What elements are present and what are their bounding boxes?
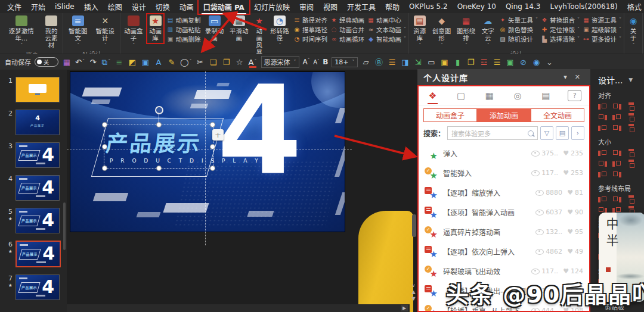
panel-close-button[interactable]: ✕ [571, 73, 584, 81]
numbered-list-icon[interactable]: ☰ [388, 57, 397, 67]
menu-item-insert[interactable]: 插入 [79, 0, 103, 14]
redo-icon[interactable]: ↷ [88, 57, 98, 67]
animation-box-button[interactable]: 动画盒子˅ [123, 14, 144, 49]
forbid-icon[interactable]: ⊘ [519, 57, 528, 67]
align-tool-icon[interactable] [598, 124, 607, 132]
size-tool-icon[interactable] [598, 149, 607, 157]
guide-layout-tool-icon[interactable] [627, 195, 635, 204]
rotate-object-icon[interactable]: ◩ [128, 57, 137, 67]
paste-shape-icon[interactable]: ⧉˅ [101, 57, 111, 67]
select-clear-button[interactable]: ▙选择清除˅ [541, 35, 580, 43]
highlight-a-icon[interactable]: ▣ [506, 57, 515, 67]
visibility-icon[interactable]: ◉ [532, 57, 541, 67]
position-layout-button[interactable]: ✚定位排版˅ [541, 25, 580, 34]
rotation-handle[interactable] [155, 106, 163, 114]
size-tool-icon[interactable] [612, 171, 621, 179]
menu-item-draw[interactable]: 绘图 [103, 0, 127, 14]
paste-animation-button[interactable]: ▥动画粘贴 [166, 25, 200, 34]
menu-item-slideshow[interactable]: 幻灯片放映 [249, 0, 295, 14]
menu-item-onekey[interactable]: OneKey 10 [453, 1, 501, 13]
menu-item-design[interactable]: 设计 [127, 0, 151, 14]
bold-button[interactable]: B [323, 58, 328, 66]
slide-canvas[interactable]: 4 产品展示 P R O D U C T D I S P L A Y + [70, 72, 345, 232]
size-tool-icon[interactable] [627, 160, 635, 169]
align-lines-icon[interactable]: ☰ [493, 57, 502, 67]
text-box-icon[interactable]: A [154, 57, 163, 67]
align-tool-icon[interactable] [627, 124, 635, 133]
shape-oval-icon[interactable]: ◯˅ [180, 57, 192, 67]
next-slide-icon[interactable]: ▼ [411, 297, 415, 301]
help-icon[interactable]: ? [568, 90, 581, 101]
insert-picture-icon[interactable]: ▣ [141, 57, 150, 67]
menu-item-help[interactable]: 帮助 [380, 0, 404, 14]
slide-thumbnail-5[interactable]: 产品展示4 [16, 208, 60, 233]
undo-icon[interactable]: ↶˅ [75, 57, 85, 67]
storage-icon[interactable]: ▤ [539, 89, 552, 102]
frame-icon[interactable]: ▣ [440, 57, 450, 67]
smart-graphics-button[interactable]: ≡智能图文˅ [66, 14, 90, 49]
animation-list-item[interactable]: ★【逐项】智能弹入动画6037♥90 [423, 202, 584, 222]
align-tool-icon[interactable] [612, 114, 621, 121]
vector-tools-button[interactable]: ✦矢量工具˅ [499, 15, 538, 24]
align-tool-icon[interactable] [598, 114, 607, 121]
tab-animation-box[interactable]: 动画盒子 [423, 108, 477, 122]
word-cloud-button[interactable]: ☁文字云˅ [480, 14, 496, 49]
selection-box[interactable] [104, 124, 213, 169]
size-tool-icon[interactable] [598, 160, 607, 168]
expand-button[interactable]: › [571, 126, 584, 140]
align-tool-icon[interactable] [627, 113, 635, 122]
align-tool-icon[interactable] [612, 103, 621, 111]
slide-thumbnail-4[interactable]: 产品展示4 [16, 175, 60, 201]
menu-item-format[interactable]: 格式 [623, 0, 644, 14]
resize-handle[interactable] [210, 122, 215, 127]
copy-animation-button[interactable]: ▤动画复制 [166, 15, 200, 24]
align-distribute-icon[interactable]: ≡ [114, 57, 124, 67]
image-icon[interactable]: ▦ [483, 89, 496, 102]
smooth-animation-button[interactable]: ▦平滑动画 [228, 14, 250, 43]
about-button[interactable]: ◉关于˅ [627, 14, 640, 49]
time-sequence-button[interactable]: ◔时间序列 [293, 35, 327, 43]
creative-shapes-button[interactable]: ◆创意图形˅ [431, 14, 453, 49]
smart-design-button[interactable]: ✕智能设计˅ [93, 14, 117, 49]
size-tool-icon[interactable] [627, 149, 635, 158]
shape-to-path-button[interactable]: ◔形转路径˅ [269, 14, 290, 49]
divider-icon[interactable]: ▮ [453, 57, 463, 67]
font-size-select[interactable]: 18+ ˅ [332, 57, 357, 67]
crop-icon[interactable]: ✂ [196, 57, 205, 67]
font-name-select[interactable]: 思源宋体 ˅ [261, 56, 299, 68]
menu-item-transitions[interactable]: 切换 [151, 0, 175, 14]
add-placeholder-button[interactable]: + [212, 129, 224, 141]
animation-center-button[interactable]: ▦动画中心 [367, 15, 406, 24]
account-avatar-button[interactable]: 逐梦激情年...˅ [4, 14, 39, 49]
swap-size-icon[interactable]: ⇲ [414, 57, 423, 67]
animation-list-item[interactable]: ★弹入375..♥235 [423, 143, 584, 163]
fill-color-icon[interactable]: ◨ [401, 57, 410, 67]
loop-animation-button[interactable]: ∞动画循环 [330, 35, 364, 43]
path-align-button[interactable]: ☰路径对齐 [293, 15, 327, 24]
menu-item-okplus[interactable]: OKPlus 5.2 [404, 1, 453, 13]
distort-icon[interactable]: ▱ [361, 57, 371, 67]
record-animation-button[interactable]: ▭录制动画 [203, 14, 225, 43]
replace-group-button[interactable]: ❖替换组合˅ [541, 15, 580, 24]
tab-add-animation[interactable]: 添加动画 [477, 108, 531, 122]
favorite-icon[interactable]: ☆ [235, 57, 244, 67]
animation-storm-button[interactable]: ★动画 风暴 [253, 14, 266, 57]
slide-big-number[interactable]: 4 [217, 72, 302, 192]
font-decrease-button[interactable]: A˅ [313, 58, 319, 65]
text-animation-button[interactable]: ≈文本动画˅ [367, 25, 406, 34]
search-input[interactable]: 搜索体验更多 [447, 126, 538, 140]
classic-animation-button[interactable]: ★经典动画 [330, 15, 364, 24]
smart-animation-button[interactable]: ◆智能动画˅ [367, 35, 406, 43]
format-brush-icon[interactable]: ✎ [167, 57, 177, 67]
menu-item-lvyhtools[interactable]: LvyhTools(200618) [545, 1, 622, 13]
h-rule-icon[interactable]: ☲ [479, 57, 489, 67]
menu-item-file[interactable]: 文件 [2, 0, 26, 14]
scroll-right-icon[interactable]: ▶ [401, 305, 408, 311]
previous-slide-icon[interactable]: ▲ [411, 290, 415, 295]
resource-library-button[interactable]: ▤资源库˅ [411, 14, 428, 49]
save-library-button[interactable]: ▤ [556, 126, 569, 140]
menu-item-home[interactable]: 开始 [26, 0, 50, 14]
tab-fulltext-animation[interactable]: 全文动画 [531, 108, 584, 122]
animation-list-item[interactable]: ★【逐项】依次向上弹入4862♥49 [423, 242, 584, 261]
menu-item-dev-tools[interactable]: 开发工具 [342, 0, 380, 14]
